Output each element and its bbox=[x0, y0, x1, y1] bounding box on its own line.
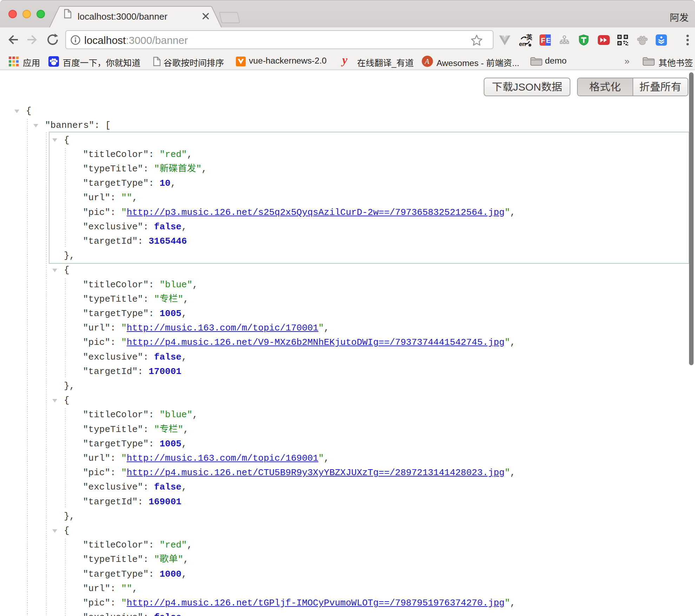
json-key: "typeTitle" bbox=[83, 294, 143, 304]
json-key: "exclusive" bbox=[83, 612, 143, 616]
url-text[interactable]: localhost:3000/banner bbox=[84, 34, 188, 46]
json-string: " bbox=[121, 323, 127, 333]
new-tab-button[interactable] bbox=[219, 12, 240, 23]
qr-code-icon[interactable] bbox=[617, 34, 628, 46]
json-line: "targetType": 1005, bbox=[83, 307, 689, 321]
json-punctuation: , bbox=[183, 424, 189, 435]
json-url-link[interactable]: http://p4.music.126.net/tGPljf-IMOCyPvum… bbox=[127, 598, 505, 608]
youdao-en-translate-icon[interactable]: 英 en bbox=[519, 34, 532, 47]
forward-button[interactable] bbox=[26, 33, 38, 46]
minimize-window-button[interactable] bbox=[22, 10, 31, 18]
back-button[interactable] bbox=[7, 33, 20, 46]
json-punctuation: : bbox=[148, 409, 159, 420]
json-punctuation: : bbox=[143, 482, 154, 492]
json-punctuation: : bbox=[110, 467, 121, 478]
json-children: "banners": [{"titleColor": "red","typeTi… bbox=[45, 118, 689, 616]
ticktick-icon[interactable] bbox=[656, 34, 667, 46]
json-number: false bbox=[154, 482, 181, 492]
page-icon bbox=[153, 57, 161, 66]
json-string: " bbox=[121, 453, 127, 464]
shield-t-icon[interactable] bbox=[578, 34, 589, 46]
json-key: "pic" bbox=[83, 337, 110, 348]
json-line: }, bbox=[64, 379, 689, 393]
json-line: }, bbox=[64, 249, 689, 263]
bookmark-star-icon[interactable] bbox=[470, 34, 483, 47]
json-key: "exclusive" bbox=[83, 482, 143, 492]
json-punctuation: : bbox=[138, 366, 148, 377]
info-icon[interactable] bbox=[71, 35, 80, 45]
json-punctuation: }, bbox=[64, 511, 75, 522]
zoom-window-button[interactable] bbox=[37, 10, 45, 18]
collapse-triangle-icon[interactable] bbox=[14, 110, 19, 113]
json-url-link[interactable]: http://p4.music.126.net/CTU5B9R9y3XyYBZX… bbox=[127, 467, 505, 478]
json-string: "专栏" bbox=[154, 424, 183, 435]
sitemap-icon[interactable] bbox=[559, 34, 570, 46]
json-punctuation: }, bbox=[64, 381, 75, 391]
json-url-link[interactable]: http://p4.music.126.net/V9-MXz6b2MNhEKju… bbox=[127, 337, 505, 348]
json-punctuation: , bbox=[132, 583, 138, 594]
json-node: {"titleColor": "blue","typeTitle": "专栏",… bbox=[64, 263, 689, 393]
other-bookmarks-label: 其他书签 bbox=[658, 56, 693, 68]
reload-button[interactable] bbox=[46, 33, 59, 46]
collapse-all-button[interactable]: 折叠所有 bbox=[633, 78, 688, 96]
scrollbar-thumb[interactable] bbox=[689, 72, 694, 365]
json-punctuation: : bbox=[110, 583, 121, 594]
json-tree: {"banners": [{"titleColor": "red","typeT… bbox=[26, 104, 689, 616]
json-string: " bbox=[121, 467, 127, 478]
json-string: " bbox=[318, 323, 324, 333]
json-children: "titleColor": "red","typeTitle": "新碟首发",… bbox=[83, 148, 689, 249]
json-key: "titleColor" bbox=[83, 540, 148, 550]
json-line: "banners": [ bbox=[45, 118, 689, 133]
tab-close-icon[interactable] bbox=[201, 12, 210, 21]
json-string: "red" bbox=[159, 149, 187, 160]
vue-devtools-icon[interactable] bbox=[499, 35, 510, 46]
format-button[interactable]: 格式化 bbox=[578, 78, 633, 96]
json-url-link[interactable]: http://p3.music.126.net/s25q2x5QyqsAzilC… bbox=[127, 207, 505, 218]
json-url-link[interactable]: http://music.163.com/m/topic/170001 bbox=[127, 323, 318, 333]
json-number: 1005 bbox=[159, 308, 181, 319]
folder-icon bbox=[530, 57, 543, 66]
json-key: "url" bbox=[83, 453, 110, 464]
download-json-button[interactable]: 下载JSON数据 bbox=[484, 78, 570, 96]
collapse-triangle-icon[interactable] bbox=[52, 269, 57, 272]
json-number: 3165446 bbox=[148, 236, 187, 247]
json-punctuation: , bbox=[187, 149, 192, 160]
json-node: {"titleColor": "blue","typeTitle": "专栏",… bbox=[64, 393, 689, 524]
json-line: "pic": "http://p4.music.126.net/tGPljf-I… bbox=[83, 596, 689, 610]
youdao-y-icon: y bbox=[342, 54, 348, 67]
json-line: "typeTitle": "歌单", bbox=[83, 552, 689, 567]
collapse-triangle-icon[interactable] bbox=[52, 399, 57, 402]
fe-helper-icon[interactable]: F E bbox=[540, 34, 551, 46]
json-punctuation: : bbox=[148, 439, 159, 449]
json-punctuation: , bbox=[181, 482, 187, 492]
paw-icon[interactable] bbox=[636, 34, 648, 46]
json-punctuation: : bbox=[148, 149, 159, 160]
json-line: "titleColor": "blue", bbox=[83, 408, 689, 422]
json-line: "typeTitle": "专栏", bbox=[83, 292, 689, 307]
json-key: "typeTitle" bbox=[83, 164, 143, 174]
json-number: false bbox=[154, 352, 181, 362]
fast-forward-icon[interactable] bbox=[598, 35, 610, 45]
close-window-button[interactable] bbox=[8, 10, 17, 18]
collapse-triangle-icon[interactable] bbox=[33, 124, 38, 127]
json-key: "titleColor" bbox=[83, 409, 148, 420]
collapse-triangle-icon[interactable] bbox=[52, 529, 57, 533]
menu-kebab-icon[interactable] bbox=[685, 34, 690, 46]
collapse-triangle-icon[interactable] bbox=[52, 138, 57, 142]
json-punctuation: , bbox=[510, 598, 516, 608]
baidu-paw-icon bbox=[48, 56, 59, 67]
json-punctuation: : bbox=[148, 280, 159, 290]
json-line: }, bbox=[64, 509, 689, 524]
json-punctuation: , bbox=[192, 280, 198, 290]
address-bar[interactable]: localhost:3000/banner bbox=[65, 30, 494, 49]
json-children: "titleColor": "blue","typeTitle": "专栏","… bbox=[83, 408, 689, 509]
json-number: 1005 bbox=[159, 439, 181, 449]
json-url-link[interactable]: http://music.163.com/m/topic/169001 bbox=[127, 453, 318, 464]
json-punctuation: { bbox=[64, 525, 70, 536]
json-string: " bbox=[504, 467, 510, 478]
json-string: "blue" bbox=[159, 280, 192, 290]
json-node: "banners": [{"titleColor": "red","typeTi… bbox=[45, 118, 689, 616]
browser-tab[interactable]: localhost:3000/banner bbox=[49, 6, 222, 27]
json-key: "url" bbox=[83, 323, 110, 333]
json-line: "url": "", bbox=[83, 191, 689, 205]
